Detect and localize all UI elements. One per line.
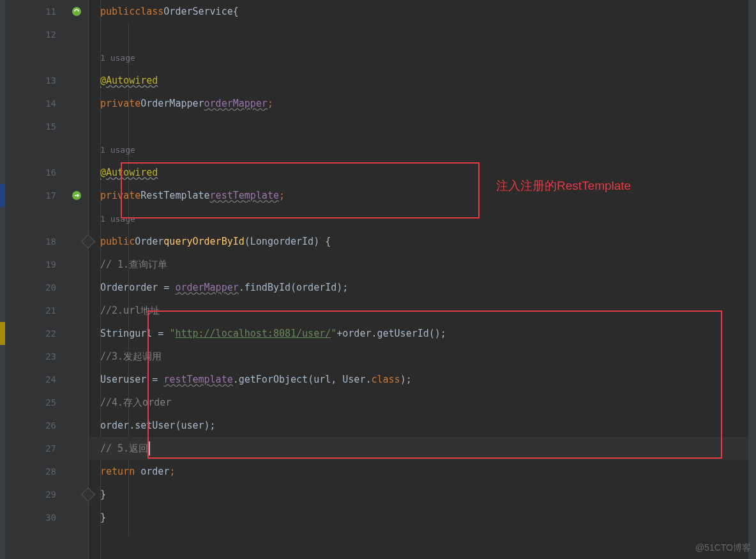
code-line[interactable]: order.setUser(user);: [89, 414, 756, 437]
line-number[interactable]: 19: [5, 253, 88, 276]
code-line[interactable]: //3.发起调用: [89, 345, 756, 368]
code-line[interactable]: [89, 23, 756, 46]
line-number[interactable]: [5, 46, 88, 69]
line-number[interactable]: 17: [5, 184, 88, 207]
annotation-text: 注入注册的RestTemplate: [496, 178, 631, 194]
code-line[interactable]: }: [89, 506, 756, 529]
code-line[interactable]: private OrderMapper orderMapper;: [89, 92, 756, 115]
marker-stripe: [0, 0, 5, 559]
code-line[interactable]: String url = "http://localhost:8081/user…: [89, 322, 756, 345]
line-number[interactable]: 11: [5, 0, 88, 23]
code-line[interactable]: @Autowired: [89, 161, 756, 184]
usage-hint: 1 usage: [89, 138, 756, 161]
line-number[interactable]: 14: [5, 92, 88, 115]
code-line[interactable]: }: [89, 483, 756, 506]
code-editor[interactable]: 11 12 13 14 15 16 17 18 19 20 21 22 23 2…: [0, 0, 756, 559]
line-number[interactable]: [5, 138, 88, 161]
code-line[interactable]: //2.url地址: [89, 299, 756, 322]
gutter[interactable]: 11 12 13 14 15 16 17 18 19 20 21 22 23 2…: [5, 0, 89, 559]
line-number[interactable]: 27: [5, 437, 88, 460]
line-number[interactable]: 21: [5, 299, 88, 322]
svg-point-0: [72, 7, 81, 16]
code-line[interactable]: public Order queryOrderById(Long orderId…: [89, 230, 756, 253]
line-number[interactable]: 25: [5, 391, 88, 414]
spring-bean-icon[interactable]: [70, 5, 83, 18]
line-number[interactable]: 26: [5, 414, 88, 437]
vertical-scrollbar[interactable]: [748, 0, 756, 559]
code-line[interactable]: @Autowired: [89, 69, 756, 92]
line-number[interactable]: 24: [5, 368, 88, 391]
usage-hint: 1 usage: [89, 46, 756, 69]
text-caret: [149, 441, 150, 456]
code-line[interactable]: //4.存入order: [89, 391, 756, 414]
line-number[interactable]: 23: [5, 345, 88, 368]
line-number[interactable]: 20: [5, 276, 88, 299]
code-line[interactable]: // 1.查询订单: [89, 253, 756, 276]
code-line[interactable]: Order order = orderMapper.findById(order…: [89, 276, 756, 299]
line-number[interactable]: [5, 207, 88, 230]
line-number[interactable]: 29: [5, 483, 88, 506]
code-line[interactable]: return order;: [89, 460, 756, 483]
line-number[interactable]: 18: [5, 230, 88, 253]
code-line[interactable]: [89, 115, 756, 138]
line-number[interactable]: 28: [5, 460, 88, 483]
line-number[interactable]: 16: [5, 161, 88, 184]
line-number[interactable]: 15: [5, 115, 88, 138]
code-area[interactable]: public class OrderService { 1 usage @Aut…: [89, 0, 756, 559]
line-number[interactable]: 12: [5, 23, 88, 46]
code-line[interactable]: User user = restTemplate.getForObject(ur…: [89, 368, 756, 391]
code-line[interactable]: // 5.返回: [89, 437, 756, 460]
watermark: @51CTO博客: [695, 542, 751, 554]
line-number[interactable]: 22: [5, 322, 88, 345]
usage-hint: 1 usage: [89, 207, 756, 230]
code-line[interactable]: private RestTemplate restTemplate;: [89, 184, 756, 207]
code-line[interactable]: public class OrderService {: [89, 0, 756, 23]
line-number[interactable]: 13: [5, 69, 88, 92]
line-number[interactable]: 30: [5, 506, 88, 529]
navigate-bean-icon[interactable]: [70, 189, 83, 202]
